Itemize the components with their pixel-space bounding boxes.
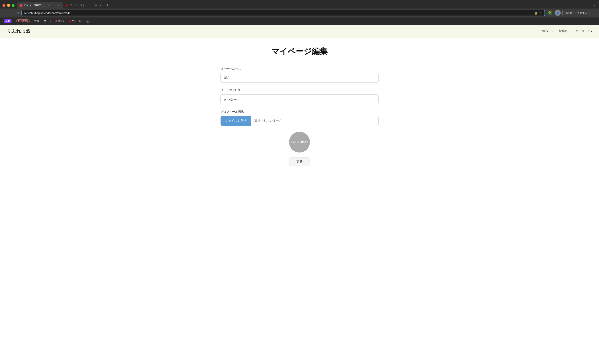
file-placeholder: 選択されていません (251, 116, 378, 126)
page-content: マイページ編集 ユーザーネーム メールアドレス プロフィール画像 ファイルを選択… (216, 38, 383, 174)
profile-image-group: プロフィール画像 ファイルを選択 選択されていません (220, 110, 379, 126)
bookmark-p[interactable]: P (85, 19, 91, 23)
edit-profile-form: ユーザーネーム メールアドレス プロフィール画像 ファイルを選択 選択されていま… (220, 67, 379, 166)
email-input[interactable] (220, 94, 379, 104)
address-text: refresh-7bog.onrender.com/profile/edit (24, 11, 532, 15)
runteq-badge: RUNTEQ (16, 19, 29, 23)
restart-button[interactable]: 再起動して更新する (562, 10, 590, 16)
traffic-lights (2, 4, 15, 7)
more-options-icon[interactable]: ⋮ (591, 10, 597, 16)
browser-menu-icon[interactable]: ⋮ (593, 3, 597, 8)
tab-favicon-red-icon (19, 4, 22, 7)
tab-favicon-youtube-icon: ▶ (66, 4, 68, 7)
site-header: りふれっ酒 一覧ページ 投稿する マイページ ▾ (0, 25, 599, 38)
tab-favicon-2: ▶ (66, 4, 69, 7)
nav-mypage-label: マイページ (575, 29, 590, 33)
bookmark-runteq[interactable]: RUNTEQ (15, 19, 31, 24)
page-title: マイページ編集 (220, 46, 379, 57)
traffic-light-close[interactable] (2, 4, 5, 7)
gmail-label: Gmail (58, 20, 64, 23)
nav-item-mypage[interactable]: マイページ ▾ (575, 29, 592, 33)
bookmark-learn[interactable]: 学習 (32, 19, 41, 24)
submit-button[interactable]: 更新 (290, 158, 309, 166)
traffic-light-minimize[interactable] (7, 4, 10, 7)
bookmarks-bar: 卒業 RUNTEQ 学習 ⊞ | M Gmail ▶ YouTube P (0, 17, 599, 25)
tab-close-1[interactable]: ✕ (57, 4, 60, 7)
star-icon[interactable]: ☆ (539, 11, 542, 15)
profile-image-preview: AMPLE IMAG (220, 132, 379, 152)
forward-button[interactable]: → (9, 10, 14, 16)
website: りふれっ酒 一覧ページ 投稿する マイページ ▾ マイページ編集 ユーザーネーム… (0, 25, 599, 174)
graduate-badge: 卒業 (4, 19, 12, 23)
file-select-button[interactable]: ファイルを選択 (221, 116, 251, 126)
username-group: ユーザーネーム (220, 67, 379, 83)
site-logo: りふれっ酒 (7, 28, 30, 34)
bookmark-graduate[interactable]: 卒業 (2, 18, 13, 24)
browser-actions: 🧩 👤 再起動して更新する ⋮ (546, 10, 597, 16)
youtube-label: YouTube (72, 20, 82, 23)
traffic-light-maximize[interactable] (12, 4, 15, 7)
user-avatar[interactable]: 👤 (555, 10, 561, 16)
back-button[interactable]: ← (2, 10, 7, 16)
profile-image-label: プロフィール画像 (220, 110, 379, 114)
browser-tab-1[interactable]: マイページ編集 | りふれっ酒 ✕ (17, 2, 63, 8)
email-group: メールアドレス (220, 88, 379, 104)
bookmark-gmail[interactable]: M Gmail (53, 19, 66, 23)
reload-button[interactable]: ↻ (15, 10, 20, 16)
address-bar[interactable]: refresh-7bog.onrender.com/profile/edit 🔒… (21, 10, 545, 16)
add-tab-button[interactable]: + (105, 2, 110, 8)
grid-icon: ⊞ (44, 19, 46, 23)
bookmark-grid[interactable]: ⊞ (42, 19, 48, 24)
tab-label-1: マイページ編集 | りふれっ酒 (24, 4, 55, 7)
username-label: ユーザーネーム (220, 67, 379, 71)
extensions-icon[interactable]: 🧩 (546, 10, 553, 16)
address-icons: 🔒 ☆ (534, 11, 542, 15)
site-nav: 一覧ページ 投稿する マイページ ▾ (539, 29, 592, 33)
submit-btn-wrapper: 更新 (220, 158, 379, 166)
file-input-wrapper: ファイルを選択 選択されていません (220, 116, 379, 126)
avatar-placeholder-text: AMPLE IMAG (291, 141, 309, 144)
tab-close-2[interactable]: ✕ (99, 4, 102, 7)
nav-mypage-dropdown-icon: ▾ (591, 29, 592, 33)
email-label: メールアドレス (220, 88, 379, 92)
avatar-circle: AMPLE IMAG (289, 132, 310, 152)
username-input[interactable] (220, 73, 379, 83)
tab-favicon-1 (19, 4, 22, 7)
bookmark-separator: | (50, 19, 51, 23)
p-icon: P (87, 20, 89, 23)
browser-tab-2[interactable]: ▶ マイページ | りふれっ酒 ✕ (63, 2, 104, 8)
address-bar-row: ← → ↻ refresh-7bog.onrender.com/profile/… (0, 8, 599, 17)
lock-icon: 🔒 (534, 11, 538, 15)
nav-item-post[interactable]: 投稿する (559, 29, 571, 33)
browser-chrome: マイページ編集 | りふれっ酒 ✕ ▶ マイページ | りふれっ酒 ✕ + ⋮ … (0, 0, 599, 25)
bookmark-youtube[interactable]: ▶ YouTube (67, 19, 84, 23)
learn-label: 学習 (34, 19, 39, 23)
gmail-icon: M (55, 19, 57, 23)
nav-item-list[interactable]: 一覧ページ (539, 29, 554, 33)
tab-label-2: マイページ | りふれっ酒 (70, 4, 97, 7)
youtube-icon: ▶ (69, 19, 71, 23)
